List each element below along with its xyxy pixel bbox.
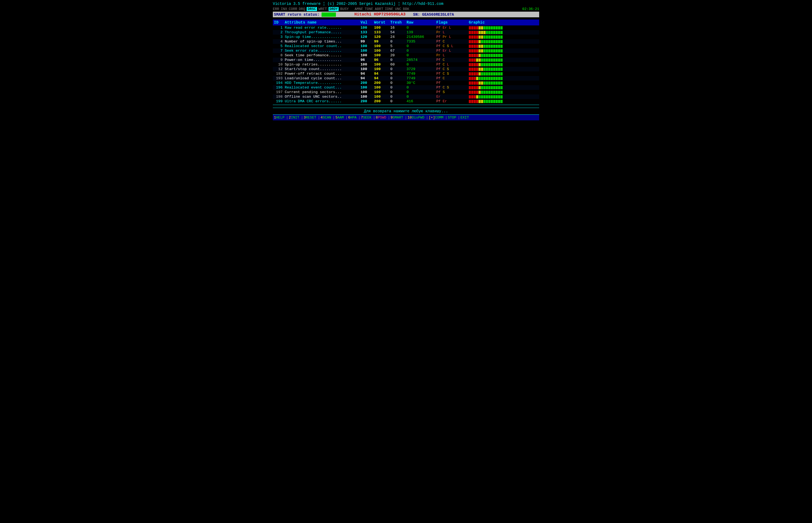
- cell-raw: 0: [407, 95, 436, 99]
- cell-flags: Pf Er L: [436, 49, 469, 53]
- cell-id: 8: [274, 53, 285, 57]
- bar-block: [474, 82, 476, 85]
- cell-worst: 94: [374, 76, 390, 80]
- smart-status-label: SMART return status:: [274, 13, 319, 17]
- bar-block: [471, 58, 473, 62]
- cell-raw: 0: [407, 90, 436, 94]
- function-key-10[interactable]: 10DisPWD|: [408, 115, 429, 120]
- cell-raw: 7335: [407, 39, 436, 43]
- function-key-8[interactable]: 8PSWD|: [376, 115, 391, 120]
- bar-block: [481, 68, 483, 71]
- function-key-3[interactable]: 3RESET|: [304, 115, 321, 120]
- bar-block: [491, 26, 493, 30]
- cell-tresh: 20: [390, 53, 407, 57]
- bar-block: [491, 44, 493, 48]
- bar-block: [498, 44, 500, 48]
- col-header-graphic: Graphic: [469, 20, 538, 24]
- bar-block: [488, 86, 491, 89]
- fkey-label: SEEK: [363, 115, 372, 120]
- bar-block: [471, 40, 473, 43]
- cell-val: 200: [360, 99, 374, 103]
- cell-worst: 100: [374, 49, 390, 53]
- bar-block: [474, 68, 476, 71]
- bar-block: [498, 31, 500, 34]
- bar-block: [469, 58, 471, 62]
- table-row: 198Offline scan UNC sectors..10010000Er: [273, 94, 539, 99]
- bar-block: [479, 100, 481, 103]
- bar-block: [476, 63, 478, 66]
- bar-block: [486, 49, 488, 53]
- bar-block: [488, 31, 491, 34]
- fkey-label: RESET: [306, 115, 317, 120]
- bar-block: [479, 91, 481, 94]
- function-key-4[interactable]: 4SCAN|: [320, 115, 335, 120]
- smart-table: ID Attributs name Val Worst Tresh Raw Fl…: [273, 19, 539, 104]
- bar-block: [476, 58, 478, 62]
- bar-block: [479, 58, 481, 62]
- bar-block: [479, 49, 481, 53]
- cell-name: Power-off retract count...: [285, 72, 360, 76]
- bar-block: [476, 72, 478, 75]
- bar-block: [476, 26, 478, 30]
- return-message: Для возврата нажмите любую клавишу...: [364, 109, 448, 113]
- col-header-tresh: Tresh: [390, 20, 407, 24]
- cell-name: Reallocated sector count..: [285, 44, 360, 48]
- flag-wrft: WRFT: [319, 7, 327, 11]
- fkey-separator: |: [346, 115, 348, 120]
- cell-name: Raw read error rate.......: [285, 26, 360, 30]
- bar-block: [476, 100, 478, 103]
- cell-raw: 0: [407, 26, 436, 30]
- function-key-[+][interactable]: [+]COMM|: [429, 115, 448, 120]
- bar-block: [469, 86, 471, 89]
- bar-block: [496, 49, 498, 53]
- cell-val: 100: [360, 86, 374, 90]
- fkey-number: 2: [289, 115, 291, 120]
- cell-flags: Pf Er L: [436, 26, 469, 30]
- function-key-exit[interactable]: EXIT: [460, 115, 470, 120]
- cell-flags: Pf S: [436, 90, 469, 94]
- fkey-number: 3: [304, 115, 306, 120]
- bar-block: [496, 54, 498, 57]
- bar-block: [493, 100, 495, 103]
- bar-block: [496, 68, 498, 71]
- cell-flags: Pf C: [436, 76, 469, 80]
- bar-block: [481, 86, 483, 89]
- bar-block: [493, 95, 495, 98]
- bar-block: [469, 49, 471, 53]
- function-key-5[interactable]: 5AAM|: [335, 115, 348, 120]
- function-key-9[interactable]: 9SMART|: [391, 115, 408, 120]
- cell-val: 200: [360, 81, 374, 85]
- bar-block: [481, 95, 483, 98]
- bar-block: [500, 44, 502, 48]
- function-key-1[interactable]: 1HELP|: [274, 115, 289, 120]
- bar-block: [488, 77, 491, 80]
- flag-bbk: BBK: [403, 7, 409, 11]
- cell-tresh: 67: [390, 49, 407, 53]
- table-row: 194HDD Temperature...........200200030°C…: [273, 80, 539, 85]
- bar-block: [479, 44, 481, 48]
- table-row: 193Load/unload cycle count...949407749Pf…: [273, 76, 539, 80]
- function-key-2[interactable]: 2INIT|: [289, 115, 304, 120]
- bar-block: [500, 26, 502, 30]
- table-row: 197Current pending sectors...10010000Pf …: [273, 90, 539, 94]
- bar-block: [488, 40, 491, 43]
- bar-block: [493, 26, 495, 30]
- cell-worst: 100: [374, 86, 390, 90]
- cell-worst: 100: [374, 44, 390, 48]
- graphic-bar: [469, 54, 538, 57]
- function-key-7[interactable]: 7SEEK|: [361, 115, 376, 120]
- cell-val: 94: [360, 72, 374, 76]
- table-row: 199Ultra DMA CRC errors......2002000416P…: [273, 99, 539, 104]
- flag-busy: BUSY: [340, 7, 349, 11]
- bar-block: [500, 68, 502, 71]
- smart-ok-indicator: [321, 13, 336, 17]
- bar-block: [488, 72, 491, 75]
- table-row: 8Seek time perfomance......100100200Pr L: [273, 53, 539, 58]
- table-row: 12Start/stop count..........10010003729P…: [273, 67, 539, 71]
- bar-block: [486, 68, 488, 71]
- cell-tresh: 0: [390, 95, 407, 99]
- function-key-6[interactable]: 6HPA|: [348, 115, 361, 120]
- fkey-separator: |: [301, 115, 303, 120]
- bar-block: [483, 82, 486, 85]
- function-key-stop[interactable]: STOP|: [448, 115, 460, 120]
